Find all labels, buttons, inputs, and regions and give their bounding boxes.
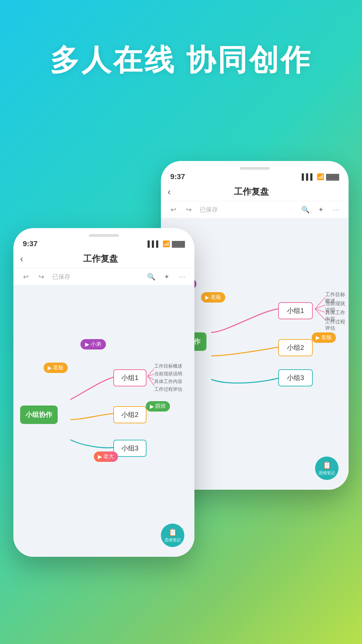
avatar-laobaan-front: ▶老板 <box>44 363 68 373</box>
wifi-icon-front: 📶 <box>163 240 170 248</box>
redo-btn-front[interactable]: ↪ <box>36 271 47 282</box>
svg-line-4 <box>147 369 154 376</box>
phone-front-speaker <box>89 234 119 237</box>
phone-front-toolbar: ↩ ↪ 已保存 🔍 ✦ ⋯ <box>13 268 194 285</box>
float-note-back[interactable]: 📋 思维笔记 <box>315 457 339 480</box>
undo-btn-back[interactable]: ↩ <box>168 204 179 215</box>
group3-node-front: 小组3 <box>113 440 146 457</box>
note-label-back: 思维笔记 <box>319 470 335 476</box>
sub2-front: 当前现状说明 <box>154 371 182 377</box>
redo-btn-back[interactable]: ↪ <box>183 204 194 215</box>
phone-back-status-icons: ▌▌▌ 📶 ▓▓▓ <box>302 173 339 180</box>
sub1-front: 工作目标概述 <box>154 363 182 369</box>
group1-node-back: 小组1 <box>278 302 313 319</box>
battery-icon-front: ▓▓▓ <box>172 240 185 248</box>
phone-back-time: 9:37 <box>170 172 185 181</box>
back-button-back[interactable]: ‹ <box>168 186 171 197</box>
phone-front-status-bar: 9:37 ▌▌▌ 📶 ▓▓▓ <box>13 237 194 250</box>
svg-line-6 <box>147 376 154 380</box>
battery-icon: ▓▓▓ <box>326 173 339 180</box>
note-icon-back: 📋 <box>322 461 331 470</box>
group3-node-back: 小组3 <box>278 369 313 386</box>
undo-btn-front[interactable]: ↩ <box>20 271 32 282</box>
svg-line-7 <box>147 376 154 386</box>
phone-front-title: 工作复盘 <box>23 253 178 265</box>
hero-title: 多人在线 协同创作 <box>0 40 362 80</box>
avatar-boss2-back: ▶老板 <box>312 332 336 343</box>
phone-back-status-bar: 9:37 ▌▌▌ 📶 ▓▓▓ <box>161 170 349 182</box>
avatar-xiaodi-front: ▶小弟 <box>80 339 106 350</box>
back-button-front[interactable]: ‹ <box>20 254 23 264</box>
sub4-back: 工作过程评估 <box>325 319 349 331</box>
search-btn-front[interactable]: 🔍 <box>145 271 157 282</box>
center-node-front: 小组协作 <box>20 406 58 424</box>
mind-map-front: ▶小弟 ▶老板 小组协作 小组1 小组2 小组3 工作目标概述 当前现状说明 具… <box>13 285 194 557</box>
signal-icon-front: ▌▌▌ <box>147 240 160 248</box>
more-btn-back[interactable]: ⋯ <box>330 204 342 215</box>
magic-btn-back[interactable]: ✦ <box>315 204 326 215</box>
group1-node-front: 小组1 <box>113 369 146 386</box>
group2-node-front: 小组2 <box>113 406 146 423</box>
float-note-front[interactable]: 📋 思维笔记 <box>161 524 184 547</box>
phone-back-title: 工作复盘 <box>171 186 332 198</box>
wifi-icon: 📶 <box>317 173 324 180</box>
magic-btn-front[interactable]: ✦ <box>161 271 172 282</box>
avatar-laoda-front: ▶老大 <box>94 451 118 462</box>
phone-front-time: 9:37 <box>23 239 38 248</box>
avatar-genban-front: ▶跟班 <box>146 401 170 412</box>
phone-front: 9:37 ▌▌▌ 📶 ▓▓▓ ‹ 工作复盘 ↩ ↪ 已保存 🔍 ✦ ⋯ <box>13 228 194 557</box>
avatar-boss-back: ▶老板 <box>201 292 225 303</box>
phone-back-header: ‹ 工作复盘 <box>161 182 349 201</box>
phone-back-speaker <box>240 167 270 170</box>
search-btn-back[interactable]: 🔍 <box>300 204 311 215</box>
sub4-front: 工作过程评估 <box>154 386 182 392</box>
phone-back-toolbar: ↩ ↪ 已保存 🔍 ✦ ⋯ <box>161 201 349 218</box>
phone-front-status-icons: ▌▌▌ 📶 ▓▓▓ <box>147 240 185 248</box>
note-icon-front: 📋 <box>168 528 177 537</box>
note-label-front: 思维笔记 <box>165 537 181 543</box>
saved-label-front: 已保存 <box>52 273 70 281</box>
saved-label-back: 已保存 <box>200 206 218 214</box>
signal-icon: ▌▌▌ <box>302 173 314 180</box>
more-btn-front[interactable]: ⋯ <box>176 271 188 282</box>
group2-node-back: 小组2 <box>278 339 313 356</box>
phone-front-header: ‹ 工作复盘 <box>13 250 194 268</box>
sub3-front: 具体工作内容 <box>154 379 182 385</box>
